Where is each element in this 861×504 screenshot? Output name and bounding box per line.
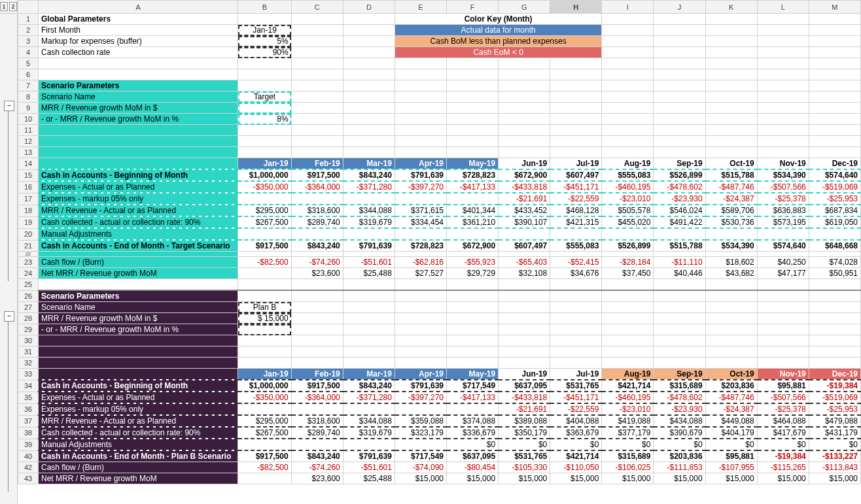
cell[interactable]: [291, 324, 343, 335]
cell[interactable]: [395, 114, 446, 125]
man-cell[interactable]: $0: [705, 439, 757, 450]
coll-cell[interactable]: $404,179: [705, 427, 757, 439]
rev-cell[interactable]: $636,883: [757, 205, 809, 216]
cell[interactable]: [499, 313, 550, 324]
cell[interactable]: [499, 136, 550, 147]
eom-cell[interactable]: $515,788: [654, 240, 705, 252]
cell[interactable]: [705, 147, 757, 158]
cell[interactable]: [343, 125, 395, 136]
cell[interactable]: [809, 252, 860, 257]
bom-cell[interactable]: $917,500: [291, 380, 343, 392]
cell[interactable]: [447, 335, 499, 346]
row-38[interactable]: 38Cash collected - actual or collection …: [18, 427, 861, 439]
exp-cell[interactable]: -$397,270: [395, 392, 446, 403]
exp-cell[interactable]: -$478,602: [654, 392, 705, 403]
expMk-cell[interactable]: -$23,010: [602, 193, 654, 205]
row-header-12[interactable]: 12: [18, 136, 39, 147]
cell[interactable]: [757, 92, 809, 103]
rev-cell[interactable]: $404,088: [550, 415, 602, 427]
cell[interactable]: [343, 346, 395, 358]
cell[interactable]: [705, 125, 757, 136]
rev-cell[interactable]: $344,088: [343, 205, 395, 216]
color-key-orange[interactable]: Cash BoM less than planned expenses: [395, 36, 601, 47]
eom-cell[interactable]: $717,549: [395, 450, 446, 462]
coll-cell[interactable]: $361,210: [447, 216, 499, 228]
row-25[interactable]: 25: [18, 279, 861, 291]
cell[interactable]: [238, 346, 291, 358]
cell[interactable]: [238, 69, 291, 80]
cell[interactable]: [395, 313, 446, 324]
row-header-21[interactable]: 21: [18, 240, 39, 252]
cell[interactable]: [757, 103, 809, 114]
coll-cell[interactable]: $390,107: [499, 216, 550, 228]
cell[interactable]: [447, 125, 499, 136]
row-19[interactable]: 19Cash collected - actual or collection …: [18, 216, 861, 228]
cell[interactable]: [705, 14, 757, 25]
cell[interactable]: [39, 58, 238, 69]
burn-cell[interactable]: -$62,816: [395, 257, 446, 268]
row-39[interactable]: 39Manual Adjustments$0$0$0$0$0$0$0$0: [18, 439, 861, 450]
outline-levels[interactable]: 1 2: [0, 0, 17, 14]
cell[interactable]: [550, 324, 602, 335]
bom-cell[interactable]: $526,899: [654, 169, 705, 181]
bom-cell[interactable]: $95,881: [757, 380, 809, 392]
bom-cell[interactable]: $203,836: [705, 380, 757, 392]
eom-cell[interactable]: $574,640: [757, 240, 809, 252]
exp-cell[interactable]: -$487,746: [705, 181, 757, 193]
exp-cell[interactable]: -$487,746: [705, 392, 757, 403]
cell[interactable]: [757, 80, 809, 92]
cell[interactable]: [809, 335, 860, 346]
net-cell[interactable]: $15,000: [705, 473, 757, 484]
eom-cell[interactable]: $534,390: [705, 240, 757, 252]
rev-cell[interactable]: $433,452: [499, 205, 550, 216]
rev-cell[interactable]: $401,344: [447, 205, 499, 216]
man-cell[interactable]: $0: [602, 439, 654, 450]
growth-pct-input[interactable]: 8%: [238, 114, 291, 125]
cell[interactable]: [343, 114, 395, 125]
growth-dollar-input[interactable]: [238, 103, 291, 114]
row-header-23[interactable]: 23: [18, 257, 39, 268]
cell[interactable]: [395, 335, 446, 346]
expMk-cell[interactable]: -$23,930: [654, 193, 705, 205]
eom-cell[interactable]: $791,639: [343, 450, 395, 462]
exp-cell[interactable]: -$397,270: [395, 181, 446, 193]
col-K[interactable]: K: [705, 1, 757, 14]
eom-cell[interactable]: $637,095: [447, 450, 499, 462]
burn-cell[interactable]: -$80,454: [447, 462, 499, 473]
cell[interactable]: [343, 14, 395, 25]
cell[interactable]: [550, 80, 602, 92]
row-header-36[interactable]: 36: [18, 403, 39, 415]
bom-cell[interactable]: $917,500: [291, 169, 343, 181]
cell[interactable]: [602, 335, 654, 346]
row-header-19[interactable]: 19: [18, 216, 39, 228]
bom-cell[interactable]: $534,390: [757, 169, 809, 181]
rev-cell[interactable]: $449,088: [705, 415, 757, 427]
cell[interactable]: [291, 80, 343, 92]
exp-label[interactable]: Expenses - Actual or as Planned: [39, 392, 238, 403]
scenario-name-label[interactable]: Scenario Name: [39, 92, 238, 103]
cell[interactable]: [757, 58, 809, 69]
cell[interactable]: [654, 69, 705, 80]
cell[interactable]: [654, 335, 705, 346]
row-1[interactable]: 1Global ParametersColor Key (Month): [18, 14, 861, 25]
grid[interactable]: A B C D E F G H I J K L M 1Global Parame…: [18, 0, 861, 484]
bom-cell[interactable]: -$19,384: [809, 380, 860, 392]
cell[interactable]: [39, 335, 238, 346]
cell[interactable]: [602, 252, 654, 257]
cell[interactable]: [447, 313, 499, 324]
rev-cell[interactable]: $479,088: [809, 415, 860, 427]
cell[interactable]: [395, 92, 446, 103]
bom-cell[interactable]: $791,639: [395, 380, 446, 392]
row-13[interactable]: 13: [18, 147, 861, 158]
month-header[interactable]: Sep-19: [654, 158, 705, 170]
cell[interactable]: [343, 47, 395, 58]
eom-cell[interactable]: $203,836: [654, 450, 705, 462]
rev-cell[interactable]: $318,600: [291, 205, 343, 216]
rev-cell[interactable]: $371,615: [395, 205, 446, 216]
growth-pct-input[interactable]: [238, 324, 291, 335]
eom-cell[interactable]: $531,765: [499, 450, 550, 462]
burn-cell[interactable]: -$111,853: [654, 462, 705, 473]
row-header-32[interactable]: 32: [18, 358, 39, 369]
cell[interactable]: [499, 358, 550, 369]
scenario-params-title[interactable]: Scenario Parameters: [39, 290, 238, 302]
